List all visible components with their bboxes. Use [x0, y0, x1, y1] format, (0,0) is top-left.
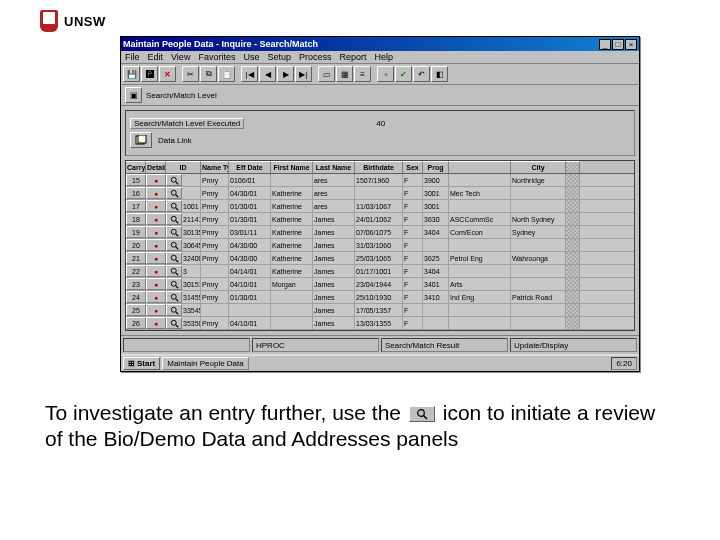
cell-birthdate: 01/17/1001: [355, 265, 403, 277]
cell-nametype: Pmry: [201, 239, 229, 251]
row-carry-button[interactable]: ●: [146, 252, 166, 264]
col-effdate[interactable]: Eff Date: [229, 161, 271, 173]
menu-view[interactable]: View: [171, 52, 190, 62]
cell-birthdate: 07/06/1075: [355, 226, 403, 238]
table-row[interactable]: 20●3064501Pmry04/30/00KatherineJames31/0…: [126, 239, 634, 252]
tool-c-icon[interactable]: ≡: [354, 66, 371, 82]
table-row[interactable]: 21●3240005Pmry04/30/00KatherineJames25/0…: [126, 252, 634, 265]
cell-firstname: Katherine: [271, 265, 313, 277]
col-nametype[interactable]: Name Type: [201, 161, 229, 173]
paste-icon[interactable]: 📋: [218, 66, 235, 82]
table-row[interactable]: 24●3145531Pmry01/30/01James25/10/1930F34…: [126, 291, 634, 304]
nav-next-icon[interactable]: ▶: [277, 66, 294, 82]
undo-icon[interactable]: ↶: [413, 66, 430, 82]
menu-file[interactable]: File: [125, 52, 140, 62]
menu-report[interactable]: Report: [339, 52, 366, 62]
tool-d-icon[interactable]: ◧: [431, 66, 448, 82]
table-row[interactable]: 15●Pmry0106/01ares1507/1960F3900Northrid…: [126, 174, 634, 187]
table-row[interactable]: 16●Pmry04/30/01KatherinearesF3001Mec Tec…: [126, 187, 634, 200]
table-row[interactable]: 26●3535016Pmry04/10/01James13/03/1355F: [126, 317, 634, 330]
row-number: 21: [126, 252, 146, 264]
menu-edit[interactable]: Edit: [148, 52, 164, 62]
row-carry-button[interactable]: ●: [146, 226, 166, 238]
cell-nametype: Pmry: [201, 174, 229, 186]
close-button[interactable]: ×: [625, 39, 637, 50]
row-details-button[interactable]: [166, 252, 182, 264]
menu-process[interactable]: Process: [299, 52, 332, 62]
row-details-button[interactable]: [166, 278, 182, 290]
row-details-button[interactable]: [166, 213, 182, 225]
col-firstname[interactable]: First Name: [271, 161, 313, 173]
cell-plan: Com/Econ: [449, 226, 511, 238]
row-carry-button[interactable]: ●: [146, 187, 166, 199]
cell-city: Northridge: [511, 174, 566, 186]
add-row-icon[interactable]: ＋: [377, 66, 394, 82]
cell-prog: 3404: [423, 265, 449, 277]
col-birthdate[interactable]: Birthdate: [355, 161, 403, 173]
toolbar: 💾 🅿 ✕ ✂ ⧉ 📋 |◀ ◀ ▶ ▶| ▭ ▦ ≡ ＋ ✔ ↶ ◧: [121, 64, 639, 85]
grid-header: Carry ID Details ID Name Type Eff Date F…: [126, 161, 634, 174]
check-icon[interactable]: ✔: [395, 66, 412, 82]
minimize-button[interactable]: _: [599, 39, 611, 50]
row-carry-button[interactable]: ●: [146, 317, 166, 329]
cell-lastname: James: [313, 213, 355, 225]
start-button[interactable]: ⊞ Start: [123, 357, 160, 370]
col-carry[interactable]: Carry ID: [126, 161, 146, 173]
nav-prev-icon[interactable]: ◀: [259, 66, 276, 82]
menu-favorites[interactable]: Favorites: [198, 52, 235, 62]
cell-plan: Petrol Eng: [449, 252, 511, 264]
copy-icon[interactable]: ⧉: [200, 66, 217, 82]
col-city[interactable]: City: [511, 161, 566, 173]
svg-point-2: [171, 177, 176, 182]
cut-icon[interactable]: ✂: [182, 66, 199, 82]
table-row[interactable]: 25●3354554James17/05/1357F: [126, 304, 634, 317]
data-link-button[interactable]: [130, 132, 152, 148]
row-details-button[interactable]: [166, 187, 182, 199]
row-details-button[interactable]: [166, 304, 182, 316]
maximize-button[interactable]: □: [612, 39, 624, 50]
nav-last-icon[interactable]: ▶|: [295, 66, 312, 82]
row-details-button[interactable]: [166, 174, 182, 186]
col-lastname[interactable]: Last Name: [313, 161, 355, 173]
row-carry-button[interactable]: ●: [146, 213, 166, 225]
taskbar-app[interactable]: Maintain People Data: [162, 357, 249, 370]
print-icon[interactable]: 🅿: [141, 66, 158, 82]
row-carry-button[interactable]: ●: [146, 304, 166, 316]
nav-first-icon[interactable]: |◀: [241, 66, 258, 82]
cancel-icon[interactable]: ✕: [159, 66, 176, 82]
col-prog[interactable]: Prog: [423, 161, 449, 173]
tool-a-icon[interactable]: ▭: [318, 66, 335, 82]
tool-b-icon[interactable]: ▦: [336, 66, 353, 82]
cell-sex: F: [403, 200, 423, 212]
table-row[interactable]: 23●3015142Pmry04/10/01MorganJames23/04/1…: [126, 278, 634, 291]
row-details-button[interactable]: [166, 239, 182, 251]
data-link-label: Data Link: [158, 136, 192, 145]
row-carry-button[interactable]: ●: [146, 278, 166, 290]
row-details-button[interactable]: [166, 265, 182, 277]
cell-id: 3354554: [182, 304, 201, 316]
row-details-button[interactable]: [166, 226, 182, 238]
row-details-button[interactable]: [166, 317, 182, 329]
col-plan[interactable]: [449, 161, 511, 173]
table-row[interactable]: 17●1001Pmry01/30/01Katherineares11/03/10…: [126, 200, 634, 213]
col-id[interactable]: ID: [166, 161, 201, 173]
cell-birthdate: 24/01/1062: [355, 213, 403, 225]
row-carry-button[interactable]: ●: [146, 265, 166, 277]
cell-city: [511, 265, 566, 277]
panel-nav-icon[interactable]: ▣: [125, 87, 142, 103]
row-details-button[interactable]: [166, 200, 182, 212]
row-carry-button[interactable]: ●: [146, 291, 166, 303]
menu-setup[interactable]: Setup: [267, 52, 291, 62]
col-sex[interactable]: Sex: [403, 161, 423, 173]
table-row[interactable]: 18●2114135Pmry01/30/01KatherineJames24/0…: [126, 213, 634, 226]
menu-use[interactable]: Use: [243, 52, 259, 62]
row-details-button[interactable]: [166, 291, 182, 303]
col-details[interactable]: Details: [146, 161, 166, 173]
row-carry-button[interactable]: ●: [146, 174, 166, 186]
table-row[interactable]: 22●304/14/01KatherineJames01/17/1001F340…: [126, 265, 634, 278]
menu-help[interactable]: Help: [374, 52, 393, 62]
row-carry-button[interactable]: ●: [146, 200, 166, 212]
save-icon[interactable]: 💾: [123, 66, 140, 82]
row-carry-button[interactable]: ●: [146, 239, 166, 251]
table-row[interactable]: 19●3013534Pmry03/01/11KatherineJames07/0…: [126, 226, 634, 239]
